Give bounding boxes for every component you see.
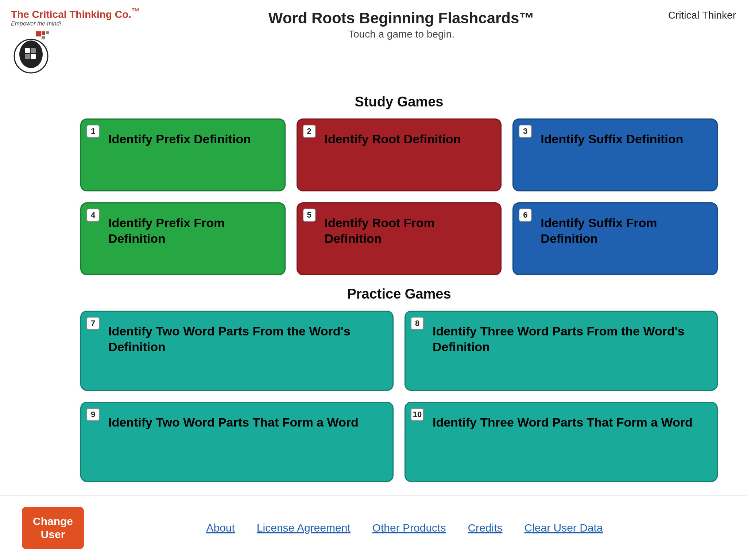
main-content: Study Games 1 Identify Prefix Definition… [0, 76, 747, 482]
app-title: Word Roots Beginning Flashcards™ [140, 9, 663, 27]
card-label-5: Identify Root From Definition [325, 215, 491, 246]
study-card-1[interactable]: 1 Identify Prefix Definition [80, 118, 286, 191]
logo-text: The Critical Thinking Co.™ Empower the m… [11, 7, 140, 27]
card-number-8: 8 [411, 317, 424, 330]
svg-rect-1 [42, 31, 45, 35]
study-card-3[interactable]: 3 Identify Suffix Definition [512, 118, 718, 191]
card-label-2: Identify Root Definition [325, 131, 461, 147]
brand-trademark: ™ [131, 7, 140, 16]
header: The Critical Thinking Co.™ Empower the m… [0, 0, 747, 76]
footer-link-license[interactable]: License Agreement [257, 522, 351, 534]
footer: ChangeUser AboutLicense AgreementOther P… [0, 495, 747, 560]
card-label-9: Identify Two Word Parts That Form a Word [108, 415, 359, 430]
practice-card-7[interactable]: 7 Identify Two Word Parts From the Word'… [80, 311, 394, 391]
study-games-title: Study Games [80, 94, 718, 110]
app-subtitle: Touch a game to begin. [140, 28, 663, 40]
brand-name: The Critical Thinking Co.™ [11, 7, 140, 20]
footer-link-credits[interactable]: Credits [468, 522, 502, 534]
logo-icon-area [11, 31, 55, 76]
card-label-4: Identify Prefix From Definition [108, 215, 274, 246]
card-label-8: Identify Three Word Parts From the Word'… [433, 323, 707, 354]
card-label-6: Identify Suffix From Definition [541, 215, 707, 246]
card-number-6: 6 [519, 209, 532, 222]
card-number-1: 1 [86, 125, 100, 138]
svg-rect-0 [36, 31, 41, 36]
card-number-5: 5 [303, 209, 316, 222]
study-card-4[interactable]: 4 Identify Prefix From Definition [80, 202, 286, 275]
svg-rect-8 [25, 54, 30, 59]
svg-rect-7 [31, 48, 36, 53]
change-user-button[interactable]: ChangeUser [22, 507, 84, 549]
card-label-1: Identify Prefix Definition [108, 131, 251, 147]
footer-links: AboutLicense AgreementOther ProductsCred… [206, 522, 603, 534]
logo-area: The Critical Thinking Co.™ Empower the m… [11, 7, 140, 76]
svg-rect-2 [42, 36, 45, 39]
practice-card-9[interactable]: 9 Identify Two Word Parts That Form a Wo… [80, 402, 394, 482]
card-label-10: Identify Three Word Parts That Form a Wo… [433, 415, 693, 430]
card-label-3: Identify Suffix Definition [541, 131, 683, 147]
card-number-2: 2 [303, 125, 316, 138]
svg-rect-6 [25, 48, 30, 53]
card-number-9: 9 [86, 408, 100, 421]
card-number-10: 10 [411, 408, 424, 421]
card-number-4: 4 [86, 209, 100, 222]
footer-link-about[interactable]: About [206, 522, 235, 534]
study-games-grid: 1 Identify Prefix Definition 2 Identify … [80, 118, 718, 275]
study-card-2[interactable]: 2 Identify Root Definition [297, 118, 502, 191]
logo-icon [11, 31, 55, 74]
header-center: Word Roots Beginning Flashcards™ Touch a… [140, 7, 663, 40]
practice-card-8[interactable]: 8 Identify Three Word Parts From the Wor… [405, 311, 718, 391]
footer-link-products[interactable]: Other Products [372, 522, 446, 534]
study-card-6[interactable]: 6 Identify Suffix From Definition [512, 202, 718, 275]
svg-rect-9 [31, 54, 36, 59]
card-number-7: 7 [86, 317, 100, 330]
study-card-5[interactable]: 5 Identify Root From Definition [297, 202, 502, 275]
practice-games-title: Practice Games [80, 286, 718, 302]
card-label-7: Identify Two Word Parts From the Word's … [108, 323, 382, 354]
user-label: Critical Thinker [663, 7, 736, 21]
card-number-3: 3 [519, 125, 532, 138]
practice-games-grid: 7 Identify Two Word Parts From the Word'… [80, 311, 718, 482]
svg-rect-3 [46, 31, 49, 34]
practice-card-10[interactable]: 10 Identify Three Word Parts That Form a… [405, 402, 718, 482]
footer-link-clear[interactable]: Clear User Data [524, 522, 603, 534]
brand-tagline: Empower the mind! [11, 20, 140, 27]
